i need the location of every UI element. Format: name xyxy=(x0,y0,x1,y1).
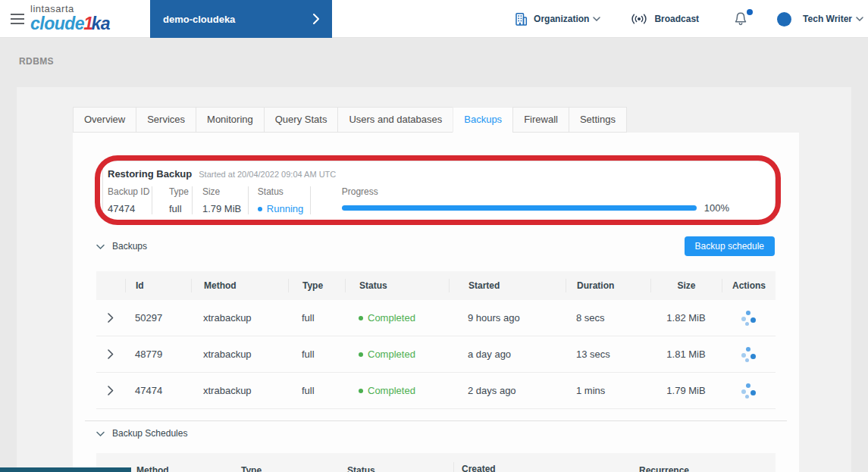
chevron-down-icon xyxy=(96,431,105,436)
backup-id: 50297 xyxy=(125,312,191,324)
backup-type: full xyxy=(288,385,345,396)
backup-type: full xyxy=(288,312,345,324)
backup-started: 2 days ago xyxy=(449,385,566,396)
table-row: 50297 xtrabackup full Completed 9 hours … xyxy=(96,300,776,336)
tab-firewall[interactable]: Firewall xyxy=(512,107,569,133)
user-name: Tech Writer xyxy=(803,14,852,24)
tab-backups[interactable]: Backups xyxy=(453,107,513,133)
notifications-button[interactable] xyxy=(733,9,753,29)
top-header: lintasarta cloude1ka demo-cloudeka xyxy=(0,0,868,38)
row-expand-chevron-icon[interactable] xyxy=(96,349,125,359)
backup-method: xtrabackup xyxy=(191,349,288,360)
tab-users-and-databases[interactable]: Users and databases xyxy=(337,107,453,133)
restoring-field-size: Size 1.79 MiB xyxy=(193,186,249,214)
backup-size: 1.81 MiB xyxy=(650,349,722,360)
schedules-section-header: Backup Schedules xyxy=(96,428,775,439)
organization-label: Organization xyxy=(534,14,589,24)
progress-percent: 100% xyxy=(704,202,729,214)
restoring-stats: Backup ID 47474 Type full Size 1.79 MiB … xyxy=(108,186,775,214)
backups-table-header: Id Method Type Status Started Duration S… xyxy=(96,271,776,300)
project-selector[interactable]: demo-cloudeka xyxy=(150,0,332,38)
table-row: 47474 xtrabackup full Completed 2 days a… xyxy=(96,373,776,409)
backup-duration: 13 secs xyxy=(566,349,650,360)
row-actions-icon[interactable] xyxy=(741,310,757,327)
backup-started: a day ago xyxy=(449,349,566,360)
backup-schedule-button[interactable]: Backup schedule xyxy=(685,236,775,256)
brand-company: lintasarta xyxy=(30,3,74,14)
schedules-collapse-toggle[interactable]: Backup Schedules xyxy=(96,428,187,439)
brand-logo: lintasarta cloude1ka xyxy=(30,2,110,33)
backup-method: xtrabackup xyxy=(191,385,288,396)
backups-section-title: Backups xyxy=(112,241,147,252)
status-badge: Completed xyxy=(345,385,449,396)
breadcrumb: RDBMS xyxy=(19,56,54,67)
backup-id: 48779 xyxy=(125,349,191,360)
restoring-title: Restoring Backup xyxy=(108,168,192,180)
broadcast-menu[interactable]: Broadcast xyxy=(629,13,703,25)
chevron-down-icon xyxy=(593,17,600,21)
restoring-field-backup-id: Backup ID 47474 xyxy=(108,186,152,214)
schedules-table-header: Method Type Status Created Recurrence xyxy=(96,453,776,472)
user-avatar xyxy=(777,12,791,27)
tab-settings[interactable]: Settings xyxy=(569,107,627,133)
row-actions-icon[interactable] xyxy=(741,346,757,363)
row-actions-icon[interactable] xyxy=(741,383,757,399)
backup-type: full xyxy=(288,349,345,360)
restoring-field-status: Status Running xyxy=(249,186,311,214)
restoring-field-type: Type full xyxy=(152,186,193,214)
backup-started: 9 hours ago xyxy=(449,312,566,324)
backup-method: xtrabackup xyxy=(191,312,288,324)
brand-product: cloude1ka xyxy=(30,15,110,33)
section-divider xyxy=(85,420,787,421)
broadcast-icon xyxy=(629,13,649,25)
backup-size: 1.79 MiB xyxy=(650,385,722,396)
restoring-backup-panel: Restoring Backup Started at 20/04/2022 0… xyxy=(102,161,776,220)
status-dot xyxy=(359,389,363,393)
backup-duration: 8 secs xyxy=(566,312,650,324)
bottom-window-edge xyxy=(0,467,131,472)
hamburger-menu-icon[interactable] xyxy=(11,14,24,24)
restoring-progress: Progress 100% xyxy=(311,186,775,214)
status-badge: Completed xyxy=(345,312,449,324)
backup-size: 1.82 MiB xyxy=(650,312,722,324)
row-expand-chevron-icon[interactable] xyxy=(96,313,125,323)
user-menu[interactable]: Tech Writer xyxy=(777,12,863,27)
backups-section-header: Backups Backup schedule xyxy=(96,236,775,256)
chevron-down-icon xyxy=(96,244,105,249)
backups-collapse-toggle[interactable]: Backups xyxy=(96,241,147,252)
progress-bar xyxy=(342,205,697,211)
tab-monitoring[interactable]: Monitoring xyxy=(196,107,265,133)
schedules-section-title: Backup Schedules xyxy=(112,428,187,439)
project-name: demo-cloudeka xyxy=(163,14,235,25)
broadcast-label: Broadcast xyxy=(654,14,699,24)
tab-bar: Overview Services Monitoring Query Stats… xyxy=(73,107,627,133)
expand-column-header xyxy=(96,279,125,292)
backup-duration: 1 mins xyxy=(566,385,650,396)
bell-icon xyxy=(733,11,748,27)
row-expand-chevron-icon[interactable] xyxy=(96,386,125,395)
tab-services[interactable]: Services xyxy=(136,107,196,133)
rdbms-backups-page: { "header": { "brand": { "company": "lin… xyxy=(0,0,868,472)
status-badge: Completed xyxy=(345,349,449,360)
backup-id: 47474 xyxy=(125,385,191,396)
table-row: 48779 xtrabackup full Completed a day ag… xyxy=(96,336,776,373)
organization-icon xyxy=(514,12,528,27)
restoring-started-at: Started at 20/04/2022 09:04 AM UTC xyxy=(199,170,336,179)
backups-table: Id Method Type Status Started Duration S… xyxy=(96,271,776,409)
tab-overview[interactable]: Overview xyxy=(73,107,136,133)
status-dot xyxy=(258,207,262,211)
chevron-right-icon xyxy=(313,14,319,24)
tab-content: Restoring Backup Started at 20/04/2022 0… xyxy=(73,133,799,472)
status-dot xyxy=(359,352,363,357)
notification-dot-badge xyxy=(747,9,753,15)
header-nav: Organization Broadcast xyxy=(514,0,863,38)
status-dot xyxy=(359,316,363,320)
organization-menu[interactable]: Organization xyxy=(514,12,600,27)
chevron-down-icon xyxy=(856,17,863,21)
main-card: Overview Services Monitoring Query Stats… xyxy=(17,87,851,472)
tab-query-stats[interactable]: Query Stats xyxy=(264,107,339,133)
